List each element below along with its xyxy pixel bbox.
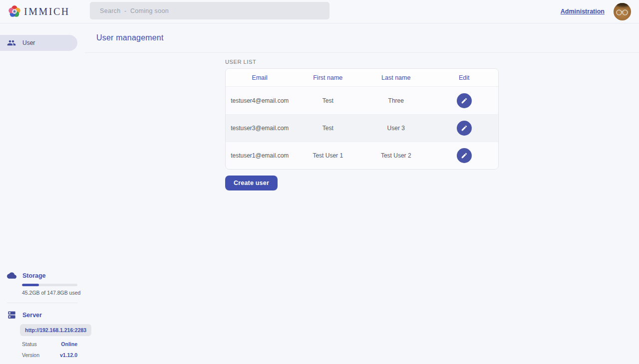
user-table: Email First name Last name Edit testuser…	[225, 68, 499, 170]
server-title: Server	[22, 312, 42, 319]
storage-usage-text: 45.2GB of 147.8GB used	[22, 290, 85, 296]
sidebar-item-user[interactable]: User	[0, 35, 77, 51]
column-header-edit: Edit	[430, 74, 499, 81]
storage-heading: Storage	[0, 271, 85, 280]
server-icon	[7, 310, 16, 320]
edit-user-button[interactable]	[457, 93, 472, 108]
table-row: testuser4@email.com Test Three	[226, 87, 498, 114]
user-first-name: Test User 1	[294, 152, 362, 159]
edit-user-button[interactable]	[457, 148, 472, 163]
edit-user-button[interactable]	[457, 121, 472, 136]
column-header-email: Email	[226, 74, 294, 81]
column-header-last-name: Last name	[362, 74, 430, 81]
user-first-name: Test	[294, 125, 362, 132]
user-email: testuser1@email.com	[226, 152, 294, 159]
cloud-icon	[7, 271, 16, 280]
pencil-icon	[461, 97, 468, 104]
sidebar-divider	[7, 303, 78, 303]
main-area: User management USER LIST Email First na…	[85, 23, 639, 364]
user-last-name: Test User 2	[362, 152, 430, 159]
server-status-row: Status Online	[22, 341, 77, 347]
avatar-photo-shadow	[616, 3, 631, 7]
sidebar-item-user-label: User	[22, 39, 35, 46]
user-email: testuser3@email.com	[226, 125, 294, 132]
column-header-first-name: First name	[294, 74, 362, 81]
user-avatar[interactable]	[614, 3, 631, 20]
page-header: User management	[85, 23, 639, 53]
search-input[interactable]	[90, 2, 329, 19]
immich-logo: IMMICH	[8, 5, 70, 18]
storage-title: Storage	[22, 272, 46, 279]
server-heading: Server	[0, 310, 85, 320]
status-value: Online	[61, 341, 77, 347]
version-label: Version	[22, 352, 39, 358]
immich-flower-icon	[8, 5, 21, 18]
storage-progress-bar	[22, 284, 77, 286]
user-last-name: User 3	[362, 125, 430, 132]
administration-link[interactable]: Administration	[561, 8, 605, 15]
server-url-chip: http://192.168.1.216:2283	[20, 324, 91, 336]
logo-wordmark: IMMICH	[24, 6, 70, 17]
status-label: Status	[22, 341, 37, 347]
table-row: testuser3@email.com Test User 3	[226, 114, 498, 142]
version-value: v1.12.0	[60, 352, 77, 358]
sidebar: User Storage 45.2GB of 147.8GB used Serv…	[0, 23, 85, 364]
user-last-name: Three	[362, 97, 430, 104]
pencil-icon	[461, 152, 468, 159]
create-user-button[interactable]: Create user	[225, 176, 278, 190]
user-list-label: USER LIST	[225, 59, 499, 65]
server-version-row: Version v1.12.0	[22, 352, 77, 358]
users-group-icon	[7, 38, 16, 47]
user-email: testuser4@email.com	[226, 97, 294, 104]
page-title: User management	[96, 33, 164, 42]
user-first-name: Test	[294, 97, 362, 104]
table-row: testuser1@email.com Test User 1 Test Use…	[226, 142, 498, 169]
glasses-icon	[616, 9, 629, 16]
user-list-section: USER LIST Email First name Last name Edi…	[225, 53, 499, 190]
app-header: IMMICH Administration	[0, 0, 639, 23]
storage-progress-fill	[22, 284, 39, 286]
table-header-row: Email First name Last name Edit	[226, 69, 498, 87]
pencil-icon	[461, 125, 468, 132]
header-right: Administration	[561, 3, 631, 20]
sidebar-bottom: Storage 45.2GB of 147.8GB used Server ht…	[0, 271, 85, 364]
